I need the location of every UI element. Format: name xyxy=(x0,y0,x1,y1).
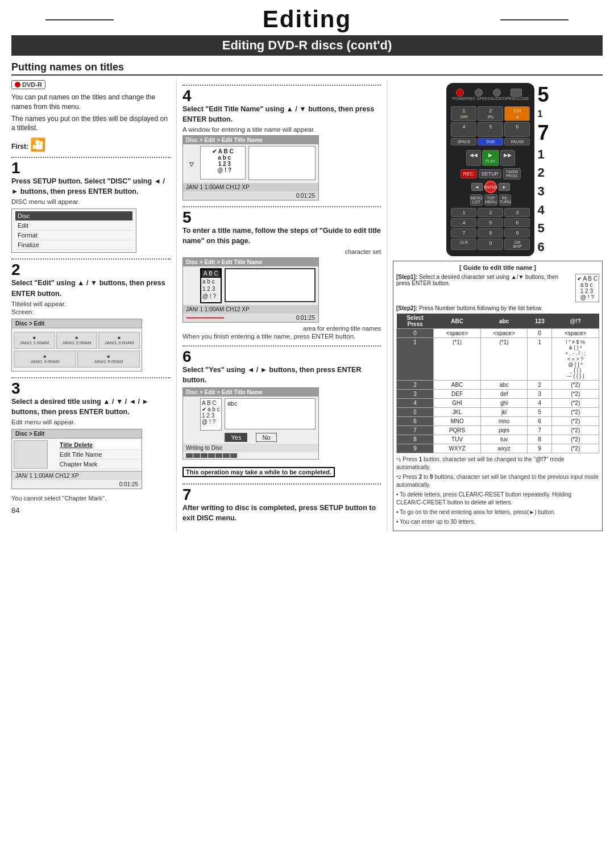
col-abc-lower: abc xyxy=(480,314,528,329)
numpad-2[interactable]: 2 xyxy=(478,208,503,217)
row-9-abc-l: wxyz xyxy=(480,444,528,453)
btn-5[interactable]: 5⬛ xyxy=(478,122,503,137)
step2-divider xyxy=(11,258,171,260)
remote-left-btns: 1GHI 2JKL CH▲ 4⬛ 5⬛ 6⬛ SPACE DVD PAUSE xyxy=(451,105,530,147)
dvdr-label: DVD-R xyxy=(22,81,42,88)
top-menu-btn[interactable]: TOPMENU xyxy=(484,194,497,206)
row-9-sp: (*2) xyxy=(552,444,599,453)
numpad-6[interactable]: 6 xyxy=(504,218,530,227)
numpad-1[interactable]: 1 xyxy=(451,208,476,217)
setup-btn[interactable]: SETUP xyxy=(479,169,501,178)
step2-sub2: Screen: xyxy=(11,308,171,315)
edit-title-footer-4: JAN/ 1 1:00AM CH12 XP xyxy=(183,183,318,191)
edit-title-content-4: ▿ ✔ A B C a b c 1 2 3 @ ! ? xyxy=(186,146,316,181)
col-select: SelectPress xyxy=(397,314,434,329)
clear-btn[interactable]: CLR xyxy=(451,239,476,250)
btn-6[interactable]: 6⬛ xyxy=(504,122,530,137)
btn-3[interactable]: CH▲ xyxy=(504,106,530,121)
edit-menu-body: Title Delete Edit Title Name Chapter Mar… xyxy=(12,439,142,471)
note-5: • You can enter up to 30 letters. xyxy=(396,518,599,526)
time-val-5: 0:01:25 xyxy=(296,315,315,321)
step5-text: To enter a title name, follow the steps … xyxy=(182,226,381,246)
side-num-1: 1 xyxy=(537,109,549,119)
step2-sub1: Titlelist will appear. xyxy=(11,301,171,307)
timer-btn[interactable]: TIMERPROG xyxy=(503,168,521,180)
row-8-num: 8 xyxy=(397,435,434,444)
return-btn[interactable]: RE-TURN xyxy=(499,194,511,206)
row-4-abc: GHI xyxy=(434,399,481,408)
page-container: Editing Editing DVD-R discs (cont'd) Put… xyxy=(0,0,614,868)
row-8-abc: TUV xyxy=(434,435,481,444)
step2-block: 2 Select "Edit" using ▲ / ▼ buttons, the… xyxy=(11,262,171,371)
yes-button[interactable]: Yes xyxy=(225,433,247,442)
intro-text-2: The names you put on the titles will be … xyxy=(11,114,171,133)
audio-btn[interactable] xyxy=(493,89,501,97)
col-abc: ABC xyxy=(434,314,481,329)
scroll-6 xyxy=(186,398,197,431)
guide-step1-text-area: [Step1]: Select a desired character set … xyxy=(396,274,572,302)
prog-3 xyxy=(201,453,208,458)
edit-title-header-4: Disc > Edit > Edit Title Name xyxy=(183,136,318,144)
numpad-0[interactable]: 0 xyxy=(478,239,503,250)
step3-sub: Edit menu will appear. xyxy=(11,419,171,425)
section-header: Editing DVD-R discs (cont'd) xyxy=(11,35,603,56)
row-3-123: 3 xyxy=(528,390,552,399)
numpad-9[interactable]: 9 xyxy=(504,228,530,237)
btn-4[interactable]: 4⬛ xyxy=(451,122,476,137)
right-btn[interactable]: ► xyxy=(499,183,510,191)
play-btn[interactable]: ▶PLAY xyxy=(482,150,499,166)
btn-2[interactable]: 2JKL xyxy=(478,106,503,121)
footer-info-4: JAN/ 1 1:00AM CH12 XP xyxy=(186,184,250,190)
step4-number: 4 xyxy=(182,87,192,105)
power-label: POWER xyxy=(452,97,467,101)
enter-btn[interactable]: ENTER xyxy=(484,181,497,193)
numpad-8[interactable]: 8 xyxy=(478,228,503,237)
row-9: 9 WXYZ wxyz 9 (*2) xyxy=(397,444,599,453)
cm-skip-btn[interactable]: CMSKIP xyxy=(504,239,530,250)
step6-block: 6 Select "Yes" using ◄ / ► buttons, then… xyxy=(182,349,381,460)
row-1-sp: ! " # $ %& ( ) *+ , - . / : ;< = > ?@ [ … xyxy=(552,338,599,381)
step3-block: 3 Select a desired title using ▲ / ▼ / ◄… xyxy=(11,381,171,489)
abc-highlight: A B C xyxy=(201,269,221,278)
char-display-4: ✔ A B C a b c 1 2 3 @ ! ? xyxy=(200,146,246,180)
edit-menu-screen: Disc > Edit Title Delete Edit Title Name… xyxy=(11,429,142,489)
title-area: Editing xyxy=(11,6,603,33)
rec-speed-area: REC SPEED xyxy=(467,89,490,101)
row-5: 5 JKL jkl 5 (*2) xyxy=(397,408,599,417)
btn-dvd[interactable]: DVD xyxy=(478,138,503,145)
edit-row: Edit xyxy=(15,221,132,231)
chapter-mark-row: Chapter Mark xyxy=(57,460,140,469)
btn-space[interactable]: SPACE xyxy=(451,138,476,145)
rec-btn[interactable]: REC xyxy=(460,169,477,178)
menu-list-btn[interactable]: MENULIST xyxy=(470,194,483,206)
left-btn[interactable]: ◄ xyxy=(471,183,483,191)
numpad-4[interactable]: 4 xyxy=(451,218,476,227)
numpad-3[interactable]: 3 xyxy=(504,208,530,217)
numpad-5[interactable]: 5 xyxy=(478,218,503,227)
no-button[interactable]: No xyxy=(256,433,276,442)
rec-speed-btn[interactable] xyxy=(475,89,483,97)
time-display: 0:01:25 xyxy=(12,480,142,489)
special-6: @ ! ? xyxy=(202,419,220,425)
row-5-num: 5 xyxy=(397,408,434,417)
numpad-7[interactable]: 7 xyxy=(451,228,476,237)
btn-pause[interactable]: PAUSE xyxy=(504,138,530,145)
btn-1[interactable]: 1GHI xyxy=(451,106,476,121)
row-7: 7 PQRS pqrs 7 (*2) xyxy=(397,426,599,435)
progress-bar-container xyxy=(183,452,318,459)
rew-btn[interactable]: ◀◀ xyxy=(466,150,481,166)
prog-7 xyxy=(230,453,237,458)
edit-title-body-6: A B C ✔ a b c 1 2 3 @ ! ? abc Yes No xyxy=(183,397,318,444)
num-pad: 1 2 3 4 5 6 7 8 9 CLR 0 CMSKIP xyxy=(451,208,530,250)
row-5-123: 5 xyxy=(528,408,552,417)
row-0-sp: <space> xyxy=(552,329,599,338)
power-area: POWER xyxy=(452,89,467,101)
edit-title-header-5: Disc > Edit > Edit Title Name xyxy=(183,258,318,266)
thumb-grid-2: ■JAN/1 4:00AM ■JAN/1 5:00AM xyxy=(14,350,140,368)
open-close-btn[interactable] xyxy=(511,89,522,97)
row-8-123: 8 xyxy=(528,435,552,444)
yes-no-buttons: Yes No xyxy=(186,433,316,442)
footer-info: JAN/ 1 1:00AM CH12 XP xyxy=(15,473,79,479)
power-btn[interactable] xyxy=(456,89,464,97)
fwd-btn[interactable]: ▶▶ xyxy=(500,150,515,166)
